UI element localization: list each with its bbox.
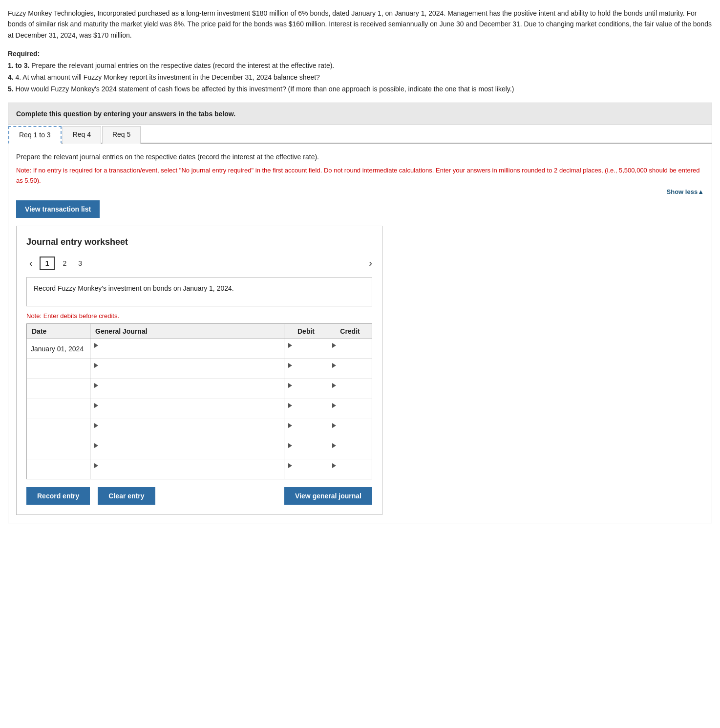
tab-description: Prepare the relevant journal entries on … xyxy=(16,151,704,162)
debit-cell-2[interactable] xyxy=(284,359,328,379)
debit-input-1[interactable] xyxy=(288,349,324,357)
gj-input-4[interactable] xyxy=(94,409,280,417)
gj-input-5[interactable] xyxy=(94,429,280,437)
debit-cell-3[interactable] xyxy=(284,379,328,399)
arrow-indicator-6 xyxy=(94,443,98,448)
credit-cell-5[interactable] xyxy=(328,419,372,439)
debit-input-3[interactable] xyxy=(288,389,324,397)
tabs-row: Req 1 to 3 Req 4 Req 5 xyxy=(8,125,712,144)
note-debits: Note: Enter debits before credits. xyxy=(26,312,372,320)
col-header-gj: General Journal xyxy=(90,323,284,339)
credit-input-3[interactable] xyxy=(332,389,368,397)
required-item1: 1. to 3. Prepare the relevant journal en… xyxy=(8,60,712,72)
credit-input-6[interactable] xyxy=(332,449,368,457)
debit-cell-1[interactable] xyxy=(284,339,328,359)
show-less-area: Show less▲ xyxy=(16,188,704,195)
tab-req4[interactable]: Req 4 xyxy=(63,126,101,144)
arrow-indicator-credit-4 xyxy=(332,403,336,408)
date-cell-4 xyxy=(27,399,90,419)
debit-input-5[interactable] xyxy=(288,429,324,437)
arrow-indicator-debit-5 xyxy=(288,423,292,428)
credit-cell-1[interactable] xyxy=(328,339,372,359)
debit-cell-4[interactable] xyxy=(284,399,328,419)
table-row xyxy=(27,459,372,479)
credit-input-5[interactable] xyxy=(332,429,368,437)
credit-cell-4[interactable] xyxy=(328,399,372,419)
arrow-indicator-credit-1 xyxy=(332,343,336,348)
arrow-indicator-credit-3 xyxy=(332,383,336,388)
gj-input-2[interactable] xyxy=(94,369,280,377)
arrow-indicator-2 xyxy=(94,363,98,368)
gj-cell-5[interactable] xyxy=(90,419,284,439)
debit-input-4[interactable] xyxy=(288,409,324,417)
debit-cell-6[interactable] xyxy=(284,439,328,459)
debit-input-2[interactable] xyxy=(288,369,324,377)
arrow-indicator-debit-7 xyxy=(288,463,292,468)
journal-table: Date General Journal Debit Credit Januar… xyxy=(26,323,372,479)
date-cell-3 xyxy=(27,379,90,399)
credit-cell-6[interactable] xyxy=(328,439,372,459)
arrow-indicator-5 xyxy=(94,423,98,428)
view-transaction-button[interactable]: View transaction list xyxy=(16,200,100,218)
debit-cell-5[interactable] xyxy=(284,419,328,439)
date-cell-1: January 01, 2024 xyxy=(27,339,90,359)
table-row xyxy=(27,379,372,399)
credit-input-7[interactable] xyxy=(332,469,368,477)
date-cell-6 xyxy=(27,439,90,459)
gj-input-7[interactable] xyxy=(94,469,280,477)
required-section: Required: 1. to 3. Prepare the relevant … xyxy=(8,48,712,95)
page-1[interactable]: 1 xyxy=(40,257,55,270)
credit-input-4[interactable] xyxy=(332,409,368,417)
tab-note: Note: If no entry is required for a tran… xyxy=(16,166,704,186)
view-general-journal-button[interactable]: View general journal xyxy=(284,487,372,505)
arrow-indicator-debit-3 xyxy=(288,383,292,388)
table-row xyxy=(27,419,372,439)
credit-input-2[interactable] xyxy=(332,369,368,377)
arrow-indicator-credit-7 xyxy=(332,463,336,468)
arrow-indicator-4 xyxy=(94,403,98,408)
credit-cell-2[interactable] xyxy=(328,359,372,379)
table-row xyxy=(27,399,372,419)
gj-cell-4[interactable] xyxy=(90,399,284,419)
arrow-indicator-credit-5 xyxy=(332,423,336,428)
page-2[interactable]: 2 xyxy=(59,257,70,269)
gj-cell-1[interactable] xyxy=(90,339,284,359)
gj-cell-2[interactable] xyxy=(90,359,284,379)
arrow-indicator-debit-4 xyxy=(288,403,292,408)
clear-entry-button[interactable]: Clear entry xyxy=(98,487,155,505)
debit-input-7[interactable] xyxy=(288,469,324,477)
next-page-button[interactable]: › xyxy=(369,257,372,269)
date-cell-2 xyxy=(27,359,90,379)
gj-input-6[interactable] xyxy=(94,449,280,457)
required-heading: Required: xyxy=(8,48,712,60)
record-entry-button[interactable]: Record entry xyxy=(26,487,90,505)
gj-cell-6[interactable] xyxy=(90,439,284,459)
gj-cell-7[interactable] xyxy=(90,459,284,479)
arrow-indicator-debit-6 xyxy=(288,443,292,448)
credit-cell-7[interactable] xyxy=(328,459,372,479)
credit-input-1[interactable] xyxy=(332,349,368,357)
gj-input-3[interactable] xyxy=(94,389,280,397)
worksheet-title: Journal entry worksheet xyxy=(26,236,372,248)
gj-cell-3[interactable] xyxy=(90,379,284,399)
intro-paragraph: Fuzzy Monkey Technologies, Incorporated … xyxy=(8,8,712,41)
debit-cell-7[interactable] xyxy=(284,459,328,479)
arrow-indicator-1 xyxy=(94,343,98,348)
show-less-link[interactable]: Show less▲ xyxy=(667,188,704,195)
gj-input-1[interactable] xyxy=(94,349,280,357)
prev-page-button[interactable]: ‹ xyxy=(26,257,36,270)
date-cell-5 xyxy=(27,419,90,439)
credit-cell-3[interactable] xyxy=(328,379,372,399)
page-3[interactable]: 3 xyxy=(74,257,86,269)
required-item3: 5. How would Fuzzy Monkey's 2024 stateme… xyxy=(8,84,712,95)
col-header-credit: Credit xyxy=(328,323,372,339)
date-cell-7 xyxy=(27,459,90,479)
tab-req1to3[interactable]: Req 1 to 3 xyxy=(8,126,62,144)
action-buttons-row: Record entry Clear entry View general jo… xyxy=(26,487,372,505)
table-row xyxy=(27,359,372,379)
arrow-indicator-debit-1 xyxy=(288,343,292,348)
debit-input-6[interactable] xyxy=(288,449,324,457)
col-header-debit: Debit xyxy=(284,323,328,339)
intro-text: Fuzzy Monkey Technologies, Incorporated … xyxy=(8,9,712,39)
tab-req5[interactable]: Req 5 xyxy=(102,126,141,144)
